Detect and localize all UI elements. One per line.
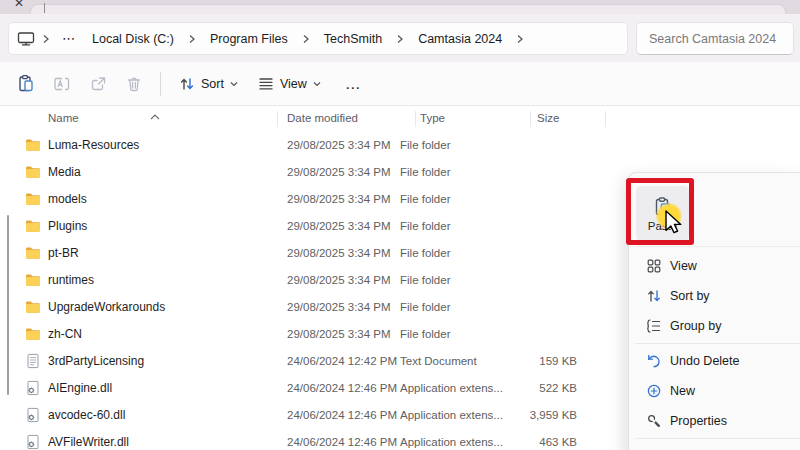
column-divider[interactable]: [530, 111, 531, 127]
file-type: File folder: [400, 328, 517, 340]
file-name: AVFileWriter.dll: [48, 435, 267, 449]
file-type: Application extens...: [400, 409, 517, 421]
toolbar-divider: [160, 72, 161, 96]
column-date-modified[interactable]: Date modified: [287, 112, 358, 124]
paste-toolbar-button[interactable]: [8, 67, 44, 101]
column-header: Name Date modified Type Size: [0, 106, 800, 131]
menu-divider: [635, 246, 800, 247]
menu-item-label: Undo Delete: [670, 354, 740, 368]
file-type-icon: [25, 380, 41, 396]
breadcrumb-overflow[interactable]: ⋯: [57, 31, 81, 46]
file-type: Application extens...: [400, 382, 517, 394]
file-date-modified: 29/08/2025 3:34 PM: [267, 166, 400, 178]
scrollbar-thumb[interactable]: [7, 215, 9, 395]
menu-item-sort-by[interactable]: Sort by: [629, 281, 800, 311]
sort-toolbar-button[interactable]: Sort: [169, 70, 248, 98]
see-more-button[interactable]: …: [331, 75, 376, 93]
new-plus-icon: [646, 383, 662, 399]
menu-item-properties[interactable]: Properties: [629, 406, 800, 436]
chevron-right-icon[interactable]: [393, 34, 407, 44]
column-divider[interactable]: [415, 111, 416, 127]
chevron-down-icon: [230, 81, 238, 87]
file-type-icon: [25, 353, 41, 369]
file-date-modified: 24/06/2024 12:46 PM: [267, 409, 400, 421]
menu-item-group-by[interactable]: Group by: [629, 311, 800, 341]
menu-item-undo-delete[interactable]: Undo Delete: [629, 346, 800, 376]
sort-icon: [179, 76, 195, 92]
menu-item-label: New: [670, 384, 695, 398]
view-toolbar-button[interactable]: View: [248, 71, 331, 97]
column-divider[interactable]: [277, 111, 278, 127]
file-date-modified: 29/08/2025 3:34 PM: [267, 193, 400, 205]
chevron-right-icon[interactable]: [185, 34, 199, 44]
trash-icon: [125, 75, 143, 93]
file-name: AIEngine.dll: [48, 381, 267, 395]
file-type-icon: [25, 164, 41, 180]
file-name: pt-BR: [48, 246, 267, 260]
column-size[interactable]: Size: [537, 112, 559, 124]
rename-toolbar-button[interactable]: [44, 67, 80, 101]
file-date-modified: 29/08/2025 3:34 PM: [267, 139, 400, 151]
file-type-icon: [25, 191, 41, 207]
toolbar: Sort View …: [0, 62, 800, 106]
file-type-icon: [25, 137, 41, 153]
tab-close-icon[interactable]: ✕: [14, 0, 24, 10]
file-date-modified: 29/08/2025 3:34 PM: [267, 328, 400, 340]
file-type-icon: [25, 272, 41, 288]
file-type: Application extens...: [400, 436, 517, 448]
breadcrumb[interactable]: ⋯ Local Disk (C:) Program Files TechSmit…: [8, 22, 628, 55]
file-type-icon: [25, 299, 41, 315]
file-type: File folder: [400, 220, 517, 232]
file-type-icon: [25, 326, 41, 342]
menu-item-view[interactable]: View: [629, 251, 800, 281]
delete-toolbar-button[interactable]: [116, 67, 152, 101]
this-pc-icon[interactable]: [17, 31, 35, 47]
chevron-down-icon: [313, 81, 321, 87]
file-date-modified: 24/06/2024 12:46 PM: [267, 436, 400, 448]
column-name[interactable]: Name: [48, 112, 79, 124]
menu-item-label: Sort by: [670, 289, 710, 303]
search-box[interactable]: [636, 22, 794, 55]
chevron-right-icon[interactable]: [299, 34, 313, 44]
file-name: zh-CN: [48, 327, 267, 341]
file-type: File folder: [400, 274, 517, 286]
breadcrumb-local-disk[interactable]: Local Disk (C:): [85, 29, 181, 49]
file-name: Luma-Resources: [48, 138, 267, 152]
tab-caret: [44, 3, 45, 13]
mouse-cursor: [664, 210, 686, 238]
file-date-modified: 29/08/2025 3:34 PM: [267, 274, 400, 286]
file-type-icon: [25, 218, 41, 234]
search-input[interactable]: [649, 32, 781, 46]
breadcrumb-program-files[interactable]: Program Files: [203, 29, 295, 49]
menu-divider: [635, 343, 800, 344]
paste-icon: [17, 74, 35, 93]
chevron-right-icon[interactable]: [39, 34, 53, 44]
file-row[interactable]: Luma-Resources 29/08/2025 3:34 PM File f…: [0, 131, 800, 158]
explorer-tab[interactable]: [30, 4, 786, 14]
file-type: File folder: [400, 166, 517, 178]
file-date-modified: 24/06/2024 12:42 PM: [267, 355, 400, 367]
wrench-icon: [646, 413, 662, 429]
menu-item-new[interactable]: New: [629, 376, 800, 406]
chevron-right-icon[interactable]: [513, 34, 527, 44]
breadcrumb-camtasia-2024[interactable]: Camtasia 2024: [411, 29, 509, 49]
column-type[interactable]: Type: [420, 112, 445, 124]
file-size: 159 KB: [517, 355, 577, 367]
file-type: File folder: [400, 193, 517, 205]
file-type: File folder: [400, 139, 517, 151]
file-date-modified: 29/08/2025 3:34 PM: [267, 247, 400, 259]
share-toolbar-button[interactable]: [80, 67, 116, 101]
file-type-icon: [25, 407, 41, 423]
undo-icon: [646, 353, 662, 369]
file-size: 522 KB: [517, 382, 577, 394]
breadcrumb-techsmith[interactable]: TechSmith: [317, 29, 389, 49]
menu-item-label: Properties: [670, 414, 727, 428]
menu-item-label: Group by: [670, 319, 721, 333]
file-date-modified: 29/08/2025 3:34 PM: [267, 301, 400, 313]
file-type: File folder: [400, 301, 517, 313]
address-bar: ⋯ Local Disk (C:) Program Files TechSmit…: [0, 14, 800, 62]
view-label: View: [280, 77, 307, 91]
file-name: models: [48, 192, 267, 206]
column-divider[interactable]: [605, 111, 606, 127]
file-name: avcodec-60.dll: [48, 408, 267, 422]
